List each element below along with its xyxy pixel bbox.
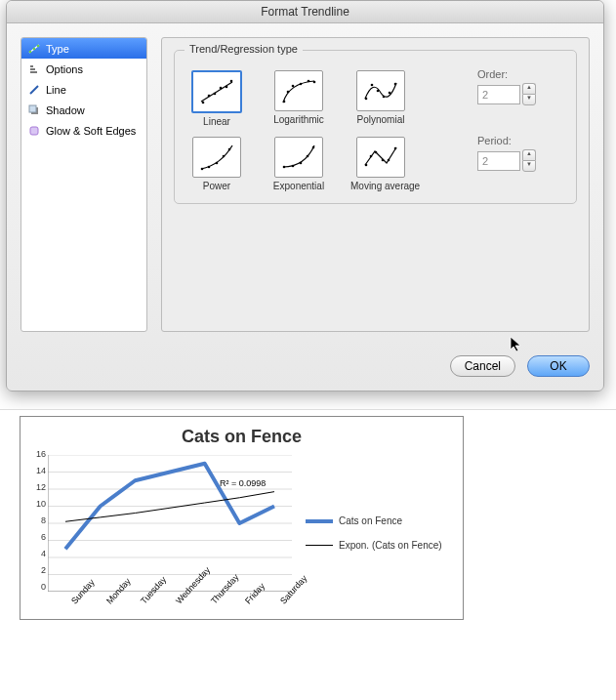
svg-rect-6 [30, 71, 37, 73]
period-label: Period: [477, 135, 534, 146]
svg-point-3 [37, 44, 40, 47]
legend-swatch-icon [306, 545, 333, 546]
cancel-button[interactable]: Cancel [450, 355, 515, 377]
category-sidebar: Type Options Line Shadow [21, 37, 147, 332]
svg-point-44 [388, 159, 390, 162]
dialog-titlebar: Format Trendline [7, 1, 603, 23]
format-trendline-dialog: Format Trendline Type Options Line [6, 0, 604, 391]
svg-point-27 [383, 96, 386, 99]
trend-type-group: Trend/Regression type Linear [174, 50, 577, 204]
chart-container[interactable]: Cats on Fence 16 14 12 10 8 6 4 2 0 R² =… [20, 416, 464, 620]
svg-line-7 [30, 86, 38, 94]
sidebar-item-glow[interactable]: Glow & Soft Edges [21, 120, 146, 141]
sidebar-item-label: Shadow [46, 104, 85, 116]
stepper-up-icon[interactable]: ▲ [522, 83, 536, 94]
group-title: Trend/Regression type [185, 43, 303, 55]
svg-point-32 [216, 162, 219, 165]
chart-svg [48, 455, 292, 592]
svg-point-2 [33, 47, 36, 50]
svg-point-16 [226, 86, 228, 89]
ok-button[interactable]: OK [527, 355, 590, 377]
svg-line-11 [201, 82, 232, 102]
sidebar-item-label: Type [46, 43, 69, 55]
svg-point-15 [220, 87, 223, 90]
legend-swatch-icon [306, 519, 333, 523]
sidebar-item-line[interactable]: Line [21, 79, 146, 100]
svg-point-18 [283, 101, 286, 103]
svg-point-26 [377, 90, 380, 93]
svg-point-12 [202, 102, 205, 104]
r-squared-annotation: R² = 0.0998 [220, 478, 266, 488]
content-panel: Trend/Regression type Linear [161, 37, 590, 332]
svg-point-22 [308, 80, 310, 83]
svg-point-38 [307, 155, 309, 158]
sidebar-item-label: Line [46, 84, 66, 96]
type-power[interactable] [192, 137, 241, 178]
svg-point-37 [300, 162, 303, 165]
chart-legend: Cats on Fence Expon. (Cats on Fence) [300, 455, 442, 611]
svg-point-25 [371, 84, 374, 87]
svg-rect-9 [29, 105, 36, 112]
svg-point-28 [389, 92, 391, 95]
svg-point-40 [365, 164, 368, 167]
sidebar-item-label: Options [46, 63, 83, 75]
type-label: Linear [186, 116, 247, 127]
type-linear[interactable] [191, 70, 242, 113]
type-icon [27, 42, 41, 56]
order-stepper[interactable]: ▲ ▼ [522, 83, 534, 105]
shadow-icon [27, 103, 41, 117]
svg-point-31 [208, 166, 211, 169]
svg-point-42 [375, 151, 378, 154]
period-stepper[interactable]: ▲ ▼ [522, 149, 534, 172]
x-axis-labels: SundayMondayTuesdayWednesdayThursdayFrid… [48, 594, 292, 620]
svg-point-29 [394, 83, 397, 86]
sidebar-item-label: Glow & Soft Edges [46, 125, 136, 137]
order-label: Order: [477, 68, 534, 80]
svg-point-43 [382, 159, 385, 162]
glow-icon [27, 124, 41, 138]
svg-point-13 [208, 95, 211, 98]
svg-point-14 [214, 93, 217, 96]
svg-point-20 [292, 85, 295, 88]
type-exponential[interactable] [274, 137, 323, 178]
type-label: Logarithmic [268, 114, 329, 125]
svg-point-30 [201, 168, 204, 171]
options-icon [27, 62, 41, 76]
svg-point-19 [287, 91, 290, 94]
line-icon [27, 83, 41, 97]
svg-point-34 [228, 148, 231, 151]
type-moving-average[interactable] [356, 137, 405, 178]
stepper-down-icon[interactable]: ▼ [522, 94, 536, 105]
chart-title: Cats on Fence [28, 427, 455, 447]
sidebar-item-shadow[interactable]: Shadow [21, 100, 146, 120]
type-polynomial[interactable] [356, 70, 405, 111]
svg-point-36 [292, 165, 295, 168]
svg-rect-5 [30, 68, 35, 70]
svg-point-17 [230, 80, 233, 83]
type-label: Polynomial [350, 114, 411, 125]
type-label: Power [186, 181, 247, 191]
svg-point-1 [29, 50, 32, 53]
svg-point-35 [283, 166, 286, 169]
sidebar-item-options[interactable]: Options [21, 59, 146, 79]
order-input[interactable] [477, 85, 520, 104]
worksheet-area: Cats on Fence 16 14 12 10 8 6 4 2 0 R² =… [0, 409, 616, 620]
y-axis-labels: 16 14 12 10 8 6 4 2 0 [28, 449, 46, 592]
period-input[interactable] [477, 151, 520, 171]
sidebar-item-type[interactable]: Type [21, 38, 146, 59]
svg-point-41 [370, 155, 373, 158]
stepper-down-icon[interactable]: ▼ [522, 160, 536, 172]
type-label: Moving average [350, 181, 411, 191]
svg-point-23 [313, 81, 316, 84]
svg-point-24 [365, 98, 368, 101]
svg-rect-4 [30, 65, 33, 67]
type-label: Exponential [268, 181, 329, 191]
type-logarithmic[interactable] [274, 70, 323, 111]
legend-item: Expon. (Cats on Fence) [306, 540, 442, 551]
dialog-title: Format Trendline [261, 5, 349, 19]
svg-point-33 [223, 155, 226, 158]
svg-point-21 [300, 83, 303, 86]
plot-area: 16 14 12 10 8 6 4 2 0 R² = 0.0998 Sunday… [28, 455, 292, 611]
svg-point-39 [312, 146, 315, 149]
stepper-up-icon[interactable]: ▲ [522, 149, 536, 160]
